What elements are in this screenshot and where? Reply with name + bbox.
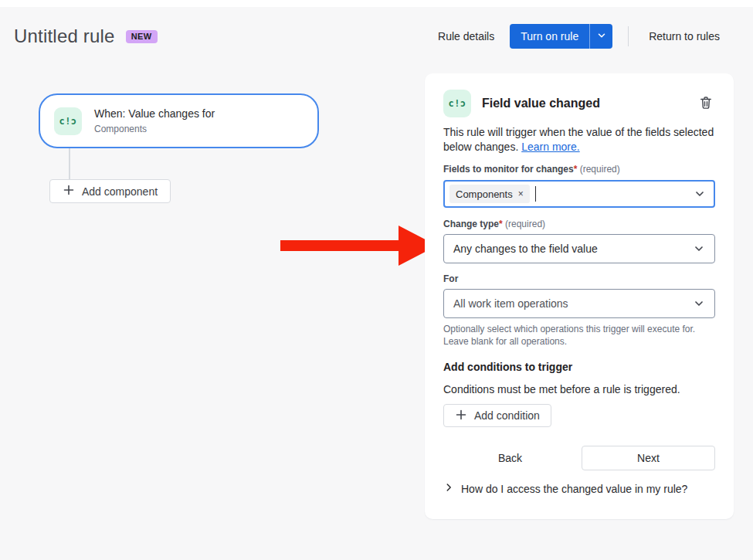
trigger-card-text: When: Value changes for Components [94,107,215,135]
connector-line [69,148,70,180]
chevron-down-icon [693,243,705,255]
next-button[interactable]: Next [582,446,715,470]
panel-footer: Back Next [443,446,715,470]
panel-header: c!ɔ Field value changed [443,90,715,117]
chevron-right-icon [443,482,454,495]
change-type-select[interactable]: Any changes to the field value [443,234,715,263]
turn-on-rule-dropdown-button[interactable] [589,24,612,49]
field-value-changed-icon: c!ɔ [54,107,82,135]
conditions-description: Conditions must be met before a rule is … [443,382,715,397]
delete-trigger-button[interactable] [697,93,715,114]
config-panel: c!ɔ Field value changed This rule will t… [425,73,734,519]
faq-label: How do I access the changed value in my … [461,483,687,495]
turn-on-rule-button[interactable]: Turn on rule [510,24,589,49]
header-divider [628,26,629,46]
add-component-button[interactable]: Add component [49,179,171,203]
text-cursor [535,186,537,202]
new-badge: NEW [126,30,158,43]
add-component-label: Add component [82,185,158,198]
change-type-value: Any changes to the field value [453,243,598,255]
page-header: Untitled rule NEW Rule details Turn on r… [14,23,724,49]
plus-icon [63,184,75,199]
add-condition-button[interactable]: Add condition [443,404,551,427]
label-text: For [443,273,458,284]
plus-icon [455,409,467,423]
for-label: For [443,273,715,285]
fields-to-monitor-input[interactable]: Components × [443,180,715,208]
trigger-card-title: When: Value changes for [94,107,215,121]
chevron-down-icon [693,297,705,310]
for-value: All work item operations [453,297,568,310]
turn-on-rule-split-button: Turn on rule [510,24,612,49]
page-title: Untitled rule [14,25,115,47]
help-line: Leave blank for all operations. [443,335,715,348]
rule-details-button[interactable]: Rule details [433,25,499,48]
required-suffix: (required) [580,164,620,175]
icon-glyph: c!ɔ [448,98,466,109]
header-actions: Rule details Turn on rule Return to rule… [433,24,724,49]
required-asterisk: * [574,164,578,175]
trigger-card[interactable]: c!ɔ When: Value changes for Components [39,93,319,148]
label-text: Change type [443,219,499,229]
panel-description: This rule will trigger when the value of… [443,125,715,154]
red-arrow-annotation [278,222,440,269]
faq-disclosure[interactable]: How do I access the changed value in my … [443,482,715,495]
learn-more-link[interactable]: Learn more. [521,141,579,153]
conditions-title: Add conditions to trigger [443,361,715,374]
required-asterisk: * [499,219,503,229]
back-button[interactable]: Back [443,446,577,470]
remove-tag-icon[interactable]: × [518,189,524,199]
for-operations-select[interactable]: All work item operations [443,289,715,318]
panel-title: Field value changed [482,97,686,110]
for-help-text: Optionally select which operations this … [443,323,715,348]
trash-icon [698,95,714,113]
top-strip [0,0,753,7]
return-to-rules-button[interactable]: Return to rules [644,25,724,48]
required-suffix: (required) [505,219,545,229]
chevron-down-icon[interactable] [694,188,706,200]
change-type-label: Change type* (required) [443,219,715,230]
add-condition-label: Add condition [474,409,540,422]
help-line: Optionally select which operations this … [443,323,715,335]
fields-to-monitor-label: Fields to monitor for changes* (required… [443,164,715,175]
field-value-changed-icon: c!ɔ [443,90,471,117]
icon-glyph: c!ɔ [59,116,76,127]
trigger-card-subtitle: Components [94,123,215,135]
tag-label: Components [456,188,513,200]
chevron-down-icon [596,30,607,43]
label-text: Fields to monitor for changes [443,164,574,175]
components-tag: Components × [449,185,530,203]
